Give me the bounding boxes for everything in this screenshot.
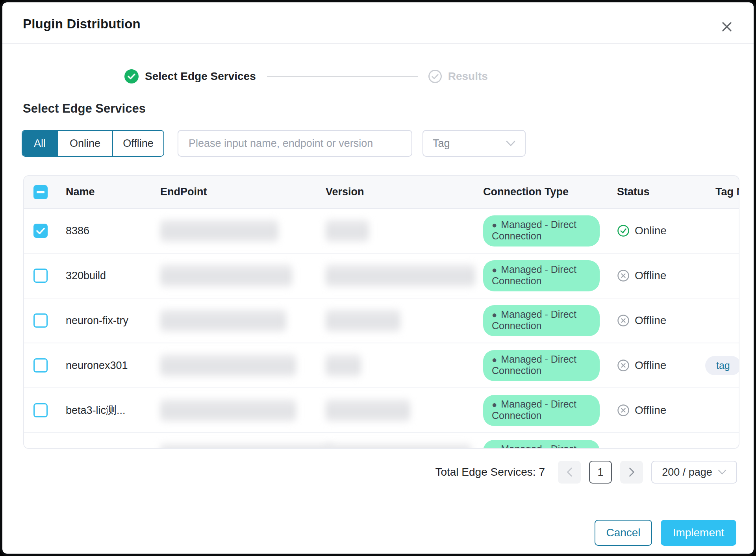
bullet-dot-icon: ●: [492, 445, 497, 449]
step-label-results: Results: [448, 70, 488, 83]
table-row: neuron-fix-try ●Managed - Direct Connect…: [24, 298, 739, 343]
status-label: Offline: [635, 269, 666, 282]
row-checkbox[interactable]: [33, 313, 48, 328]
wizard-stepper: Select Edge Services Results: [124, 69, 754, 83]
redacted-endpoint: [160, 399, 296, 422]
redacted-version: [326, 219, 369, 242]
connection-type-badge: ●Managed - Direct Connection: [483, 395, 600, 426]
filter-row: All Online Offline Tag: [22, 130, 733, 157]
connection-type-badge: ●Managed - Direct Connection: [483, 440, 600, 449]
previous-page-button[interactable]: [558, 461, 581, 484]
filter-tab-all[interactable]: All: [22, 131, 57, 156]
connection-type-badge: ●Managed - Direct Connection: [483, 260, 600, 291]
status-cell: Offline: [617, 269, 709, 282]
modal-header: Plugin Distribution: [2, 2, 754, 44]
status-cell: Offline: [617, 314, 709, 327]
table-header-row: Name EndPoint Version Connection Type St…: [24, 176, 739, 209]
table-row: 1101测试lic ●Managed - Direct Connection O…: [24, 433, 739, 449]
edge-services-table: Name EndPoint Version Connection Type St…: [23, 175, 739, 449]
status-filter-group: All Online Offline: [22, 130, 164, 157]
table-row: 8386 ●Managed - Direct Connection Online: [24, 209, 739, 254]
plugin-distribution-modal: Plugin Distribution Select Edge Services…: [0, 0, 756, 556]
bullet-dot-icon: ●: [492, 310, 497, 320]
chevron-left-icon: [567, 467, 573, 477]
redacted-version: [326, 444, 471, 449]
bullet-dot-icon: ●: [492, 265, 497, 275]
online-status-icon: [617, 224, 630, 237]
step-done-check-icon: [124, 69, 139, 83]
current-page-button[interactable]: 1: [589, 461, 612, 484]
service-name: beta3-lic测...: [66, 404, 126, 416]
service-name: neuronex301: [66, 360, 128, 371]
status-cell: Offline: [617, 359, 709, 372]
redacted-version: [326, 264, 475, 287]
step-pending-check-icon: [428, 70, 442, 83]
close-icon: [721, 20, 733, 33]
modal-title: Plugin Distribution: [23, 17, 733, 32]
service-name: 320build: [66, 270, 106, 282]
column-header-name: Name: [59, 186, 154, 198]
step-label-select-edge-services: Select Edge Services: [145, 70, 256, 83]
tag-select-placeholder: Tag: [433, 137, 450, 150]
filter-tab-offline[interactable]: Offline: [112, 131, 163, 156]
page-size-select[interactable]: 200 / page: [651, 461, 737, 484]
pagination-bar: Total Edge Services: 7 1 200 / page: [2, 461, 737, 484]
redacted-endpoint: [160, 354, 296, 377]
bullet-dot-icon: ●: [492, 400, 497, 410]
status-cell: Online: [617, 224, 709, 237]
table-row: neuronex301 ●Managed - Direct Connection…: [24, 343, 739, 388]
tag-select[interactable]: Tag: [422, 130, 526, 157]
search-input[interactable]: [178, 130, 412, 157]
column-header-version: Version: [319, 186, 477, 198]
redacted-endpoint: [160, 264, 292, 287]
page-size-value: 200 / page: [662, 466, 712, 478]
connection-type-badge: ●Managed - Direct Connection: [483, 305, 600, 336]
service-name: neuron-fix-try: [66, 315, 128, 326]
status-label: Offline: [635, 314, 666, 327]
service-name: 8386: [66, 225, 89, 237]
bullet-dot-icon: ●: [492, 355, 497, 365]
row-checkbox[interactable]: [33, 448, 48, 449]
bullet-dot-icon: ●: [492, 220, 497, 230]
next-page-button[interactable]: [620, 461, 643, 484]
table-row: beta3-lic测... ●Managed - Direct Connecti…: [24, 388, 739, 433]
cancel-button[interactable]: Cancel: [595, 520, 652, 546]
redacted-version: [326, 354, 361, 377]
total-count-label: Total Edge Services: 7: [435, 466, 545, 478]
connection-type-badge: ●Managed - Direct Connection: [483, 215, 600, 246]
column-header-connection-type: Connection Type: [477, 186, 611, 198]
chevron-down-icon: [506, 141, 515, 146]
implement-button[interactable]: Implement: [661, 520, 736, 546]
column-header-endpoint: EndPoint: [154, 186, 319, 198]
redacted-version: [326, 399, 410, 422]
row-checkbox[interactable]: [33, 269, 48, 283]
row-checkbox[interactable]: [33, 403, 48, 417]
redacted-endpoint: [160, 309, 286, 332]
select-all-checkbox[interactable]: [33, 185, 48, 199]
column-header-status: Status: [611, 186, 709, 198]
table-body: 8386 ●Managed - Direct Connection Online: [24, 209, 739, 449]
chevron-down-icon: [718, 469, 726, 475]
redacted-version: [326, 309, 400, 332]
status-cell: Offline: [617, 404, 709, 417]
filter-tab-online[interactable]: Online: [57, 131, 112, 156]
offline-status-icon: [617, 314, 630, 327]
section-title: Select Edge Services: [23, 102, 754, 116]
offline-status-icon: [617, 269, 630, 282]
connection-type-badge: ●Managed - Direct Connection: [483, 350, 600, 381]
tag-badge: tag: [705, 356, 739, 375]
row-checkbox[interactable]: [33, 224, 48, 238]
status-label: Offline: [635, 404, 666, 417]
modal-footer: Cancel Implement: [2, 520, 736, 546]
stepper-connector-line: [267, 76, 418, 77]
offline-status-icon: [617, 404, 630, 417]
redacted-endpoint: [160, 444, 334, 449]
status-label: Online: [635, 224, 667, 237]
chevron-right-icon: [629, 467, 635, 477]
row-checkbox[interactable]: [33, 358, 48, 373]
status-label: Offline: [635, 359, 666, 372]
close-button[interactable]: [718, 18, 736, 35]
offline-status-icon: [617, 359, 630, 372]
table-row: 320build ●Managed - Direct Connection Of…: [24, 254, 739, 298]
redacted-endpoint: [160, 219, 278, 242]
